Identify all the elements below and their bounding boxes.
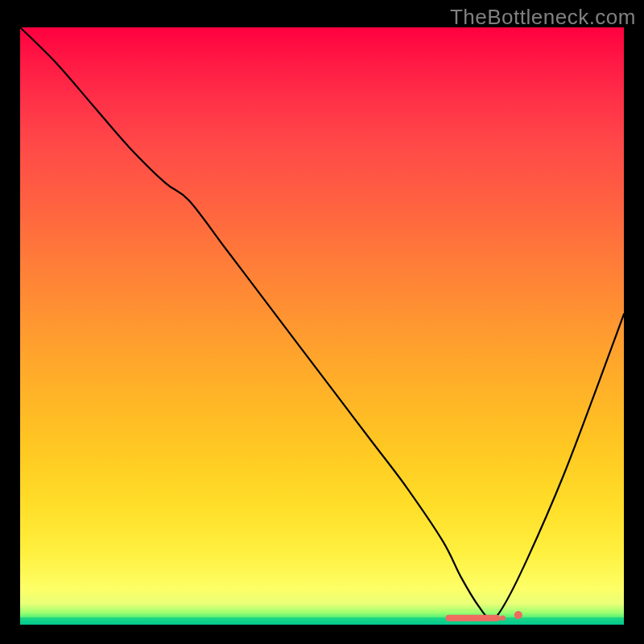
marker-outlier-dot <box>514 611 522 619</box>
watermark-text: TheBottleneck.com <box>450 5 636 30</box>
bottleneck-curve <box>20 27 624 619</box>
plot-area <box>20 27 624 625</box>
marker-run <box>446 615 501 621</box>
curve-layer <box>20 27 624 625</box>
chart-stage: TheBottleneck.com <box>0 0 644 644</box>
marker-dot <box>500 616 505 621</box>
